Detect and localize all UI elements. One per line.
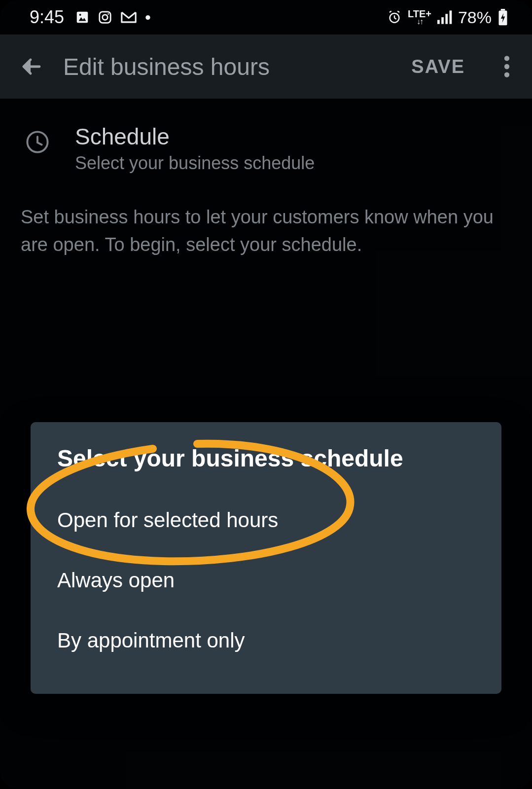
clock-icon [25, 129, 50, 155]
schedule-subtext: Select your business schedule [75, 153, 315, 174]
svg-point-1 [505, 56, 509, 61]
alarm-icon [387, 10, 402, 25]
description-text: Set business hours to let your customers… [0, 193, 532, 268]
status-bar: 9:45 • LTE+ ↓↑ 78% [0, 0, 532, 35]
svg-line-14 [390, 11, 391, 13]
gmail-icon [120, 11, 137, 24]
svg-rect-17 [441, 17, 444, 24]
option-always-open[interactable]: Always open [57, 557, 475, 604]
svg-rect-19 [449, 10, 452, 24]
battery-percentage: 78% [458, 8, 492, 27]
svg-rect-16 [437, 20, 440, 24]
toolbar: Edit business hours SAVE [0, 35, 532, 99]
more-icon[interactable] [492, 56, 522, 77]
svg-line-13 [394, 18, 396, 19]
option-open-selected-hours[interactable]: Open for selected hours [57, 497, 475, 544]
schedule-setting-row[interactable]: Schedule Select your business schedule [0, 113, 532, 193]
page-title: Edit business hours [63, 53, 385, 80]
svg-rect-20 [501, 9, 505, 11]
svg-point-10 [107, 13, 109, 15]
svg-rect-5 [77, 12, 88, 23]
save-button[interactable]: SAVE [404, 56, 472, 77]
svg-line-15 [397, 11, 399, 13]
status-time: 9:45 [30, 7, 64, 28]
schedule-dialog: Select your business schedule Open for s… [31, 422, 501, 694]
instagram-icon [98, 10, 112, 25]
network-type-indicator: LTE+ ↓↑ [408, 9, 431, 25]
dialog-title: Select your business schedule [57, 445, 475, 472]
svg-point-7 [79, 14, 81, 16]
svg-point-2 [505, 65, 509, 69]
screen: Edit business hours SAVE Schedule Select… [0, 0, 532, 789]
svg-point-3 [505, 72, 509, 77]
schedule-heading: Schedule [75, 123, 315, 150]
svg-rect-18 [445, 14, 448, 24]
option-by-appointment[interactable]: By appointment only [57, 617, 475, 664]
gallery-icon [75, 10, 90, 25]
svg-rect-8 [100, 12, 111, 23]
signal-icon [437, 10, 452, 24]
battery-charging-icon [497, 9, 508, 26]
svg-point-9 [103, 15, 108, 20]
back-icon[interactable] [20, 55, 43, 78]
